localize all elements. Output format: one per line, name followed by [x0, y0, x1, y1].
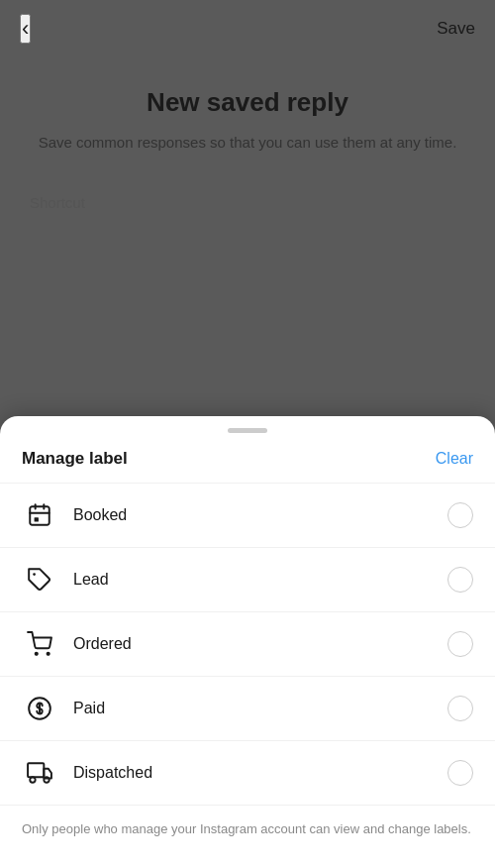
label-item-lead[interactable]: Lead — [0, 547, 495, 611]
label-item-dispatched[interactable]: Dispatched — [0, 740, 495, 806]
dispatched-radio[interactable] — [447, 760, 473, 786]
dollar-icon — [22, 691, 57, 726]
svg-rect-0 — [30, 506, 50, 524]
truck-icon — [22, 755, 57, 791]
svg-rect-10 — [28, 763, 44, 777]
label-list: Booked Lead Ordered — [0, 483, 495, 806]
clear-button[interactable]: Clear — [436, 450, 473, 468]
booked-label: Booked — [73, 506, 447, 524]
svg-point-7 — [48, 652, 50, 654]
label-item-booked[interactable]: Booked — [0, 483, 495, 547]
top-bar: ‹ Save — [0, 0, 495, 57]
sheet-header: Manage label Clear — [0, 439, 495, 483]
screen-subtitle: Save common responses so that you can us… — [39, 132, 457, 155]
cart-icon — [22, 626, 57, 662]
ordered-label: Ordered — [73, 635, 447, 653]
ordered-radio[interactable] — [447, 631, 473, 657]
paid-radio[interactable] — [447, 696, 473, 721]
paid-label: Paid — [73, 700, 447, 717]
svg-point-6 — [36, 652, 38, 654]
booked-radio[interactable] — [447, 502, 473, 528]
dispatched-label: Dispatched — [73, 764, 447, 782]
back-button[interactable]: ‹ — [20, 14, 31, 44]
sheet-title: Manage label — [22, 449, 128, 469]
lead-radio[interactable] — [447, 567, 473, 593]
svg-point-11 — [30, 777, 35, 782]
lead-label: Lead — [73, 571, 447, 589]
shortcut-label: Shortcut — [30, 194, 85, 211]
svg-rect-4 — [35, 517, 39, 521]
label-item-ordered[interactable]: Ordered — [0, 611, 495, 676]
drag-handle-bar — [228, 428, 267, 433]
tag-icon — [22, 562, 57, 597]
footer-note: Only people who manage your Instagram ac… — [0, 806, 495, 839]
screen-title: New saved reply — [147, 87, 348, 118]
label-item-paid[interactable]: Paid — [0, 676, 495, 740]
svg-point-12 — [44, 777, 49, 782]
bottom-sheet: Manage label Clear Booked — [0, 416, 495, 869]
calendar-icon — [22, 497, 57, 533]
drag-handle — [0, 416, 495, 439]
save-button[interactable]: Save — [437, 19, 475, 39]
